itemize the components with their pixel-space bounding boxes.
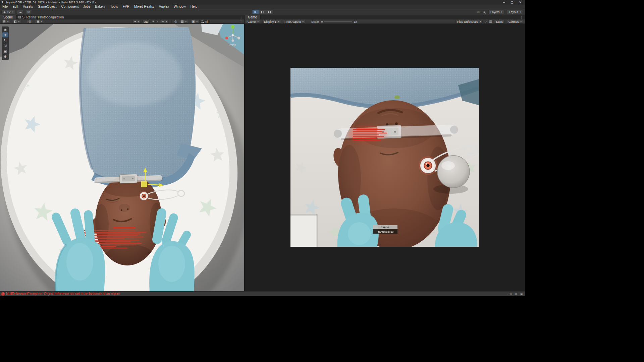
status-bar[interactable]: ! NullReferenceException: Object referen… [0, 291, 525, 296]
unity-logo-icon: ◆ [1, 0, 3, 3]
game-target-dropdown[interactable]: Game [246, 20, 260, 23]
laser-indicator-overlay [348, 125, 387, 143]
layers-dropdown[interactable]: Layers [488, 10, 504, 14]
activity-refresh-icon[interactable]: ↻ [509, 293, 512, 296]
layout-dropdown[interactable]: Layout [507, 10, 523, 14]
error-icon: ! [1, 292, 5, 296]
console-icon[interactable]: ▤ [515, 293, 518, 296]
menu-item-file[interactable]: File [0, 5, 10, 9]
gizmos-dropdown[interactable]: Gizmos [507, 20, 523, 23]
visibility-toggle-icon[interactable]: ◎ [174, 20, 177, 23]
transform-tool-icon[interactable]: ⊕ [4, 55, 6, 58]
menu-bar: File Edit Assets GameObject Component Jo… [0, 5, 525, 9]
scale-tool-icon[interactable]: ⇲ [4, 44, 7, 48]
grid-snap-dropdown[interactable]: ◧ [12, 20, 21, 23]
scene-view-toolbar: ⊞ ◧ ◎ ▣ ● 2D ☀ ♪ ✦ ◎ ▦ ▣ All [0, 19, 244, 24]
menu-item-window[interactable]: Window [171, 5, 188, 9]
scene-viewport[interactable]: Persp ◉ ✚ ↻ ⇲ ▣ ⊕ [0, 24, 244, 291]
menu-item-assets[interactable]: Assets [20, 5, 35, 9]
menu-item-edit[interactable]: Edit [10, 5, 20, 9]
menu-item-tools[interactable]: Tools [108, 5, 120, 9]
game-viewport[interactable]: DEBUG Framerate: 88 [245, 24, 525, 291]
scene-tools-overlay: ◉ ✚ ↻ ⇲ ▣ ⊕ [2, 26, 9, 60]
playback-controls [252, 10, 273, 14]
scene-breadcrumb[interactable]: S_Retina_Photocoagulation [18, 15, 64, 19]
rect-tool-icon[interactable]: ▣ [4, 49, 7, 53]
tool-settings-icon: ⊞ [3, 20, 6, 23]
menu-item-mixed-reality[interactable]: Mixed Reality [132, 5, 157, 9]
view-tool-icon[interactable]: ◉ [4, 28, 7, 32]
game-pane-menu-icon[interactable]: ⋮ [520, 16, 523, 19]
play-button[interactable] [252, 10, 259, 14]
search-icon[interactable] [482, 10, 486, 14]
play-mode-dropdown[interactable]: Play Unfocused [455, 20, 483, 23]
cloud-icon: ☁ [19, 11, 22, 14]
tool-settings-dropdown[interactable]: ⊞ [1, 20, 10, 23]
scene-breadcrumb-label: S_Retina_Photocoagulation [22, 15, 64, 19]
2d-toggle-button[interactable]: 2D [143, 20, 150, 23]
mute-audio-icon[interactable]: ♪ [485, 20, 487, 23]
menu-item-fvr[interactable]: FVR [120, 5, 132, 9]
status-error-message[interactable]: NullReferenceException: Object reference… [6, 292, 120, 296]
gizmo-axis-z[interactable] [225, 37, 228, 40]
menu-item-component[interactable]: Component [59, 5, 81, 9]
scale-slider[interactable] [321, 19, 352, 24]
shading-mode-dropdown[interactable]: ● [132, 20, 141, 23]
menu-item-vuplex[interactable]: Vuplex [157, 5, 171, 9]
scene-search-icon [201, 20, 204, 23]
aspect-dropdown[interactable]: Free Aspect [283, 20, 306, 23]
camera-settings-dropdown[interactable]: ▣ [190, 20, 199, 23]
vsync-icon[interactable]: ▥ [489, 20, 492, 23]
scene-pane-menu-icon[interactable]: ⋮ [239, 16, 243, 19]
account-icon: ◈ [3, 11, 6, 14]
close-button[interactable]: ✕ [519, 1, 522, 4]
minimize-button[interactable]: – [503, 1, 505, 4]
persp-label[interactable]: Persp [229, 43, 236, 47]
pause-button[interactable] [259, 10, 266, 14]
gizmo-center-handle[interactable] [141, 181, 147, 187]
debug-framerate: Framerate: 88 [377, 230, 394, 233]
menu-item-jobs[interactable]: Jobs [81, 5, 93, 9]
undo-history-icon[interactable]: ↺ [477, 11, 480, 14]
table-edge [290, 214, 318, 247]
scale-slider-knob[interactable] [321, 21, 323, 23]
menu-item-help[interactable]: Help [188, 5, 200, 9]
display-dropdown[interactable]: Display 1 [262, 20, 281, 23]
effects-icon: ✦ [162, 20, 164, 23]
scene-search-value: All [205, 20, 208, 23]
audio-toggle-icon[interactable]: ♪ [157, 20, 158, 23]
maximize-button[interactable]: ▢ [511, 1, 514, 4]
play-icon [254, 11, 257, 13]
title-bar[interactable]: ◆ fs-proj-ROP - ROP_01_NICU - Android - … [0, 0, 525, 5]
game-panel: Game ⋮ Game Display 1 Free Aspect Scale … [244, 15, 525, 291]
menu-item-bakery[interactable]: Bakery [93, 5, 108, 9]
pivot-icon: ▣ [37, 20, 40, 23]
scene-toolbar-more-icon[interactable]: ⋮ [239, 20, 243, 23]
services-button[interactable]: ⚙ [25, 10, 32, 14]
gizmo-center[interactable] [232, 34, 234, 36]
gizmo-axis-x[interactable] [237, 37, 240, 40]
log-icon[interactable]: ▣ [520, 293, 523, 296]
account-dropdown[interactable]: ◈ FV [1, 10, 15, 14]
unity-editor-window: ◆ fs-proj-ROP - ROP_01_NICU - Android - … [0, 0, 525, 296]
cloud-button[interactable]: ☁ [17, 10, 24, 14]
rotate-tool-icon[interactable]: ↻ [4, 39, 6, 42]
stats-button[interactable]: Stats [494, 20, 504, 23]
menu-item-gameobject[interactable]: GameObject [35, 5, 59, 9]
tab-scene[interactable]: Scene [0, 15, 16, 19]
gizmo-axis-y[interactable] [231, 25, 235, 29]
tab-game[interactable]: Game [245, 15, 261, 19]
window-title: fs-proj-ROP - ROP_01_NICU - Android - Un… [6, 0, 96, 4]
shading-mode-icon: ● [134, 20, 136, 23]
grid-snap-icon: ◧ [14, 20, 17, 23]
move-tool-icon[interactable]: ✚ [4, 33, 6, 37]
lighting-toggle-icon[interactable]: ☀ [152, 20, 154, 23]
game-view-toolbar: Game Display 1 Free Aspect Scale 1x Play… [245, 19, 525, 24]
scene-search-box[interactable]: All [199, 20, 210, 23]
grid-visibility-dropdown[interactable]: ▦ [179, 20, 188, 23]
pivot-dropdown[interactable]: ▣ [35, 20, 44, 23]
step-button[interactable] [266, 10, 273, 14]
status-bar-icons: ↻ ▤ ▣ [509, 292, 523, 296]
snap-toggle-button[interactable]: ◎ [27, 20, 33, 23]
effects-dropdown[interactable]: ✦ [160, 20, 169, 23]
